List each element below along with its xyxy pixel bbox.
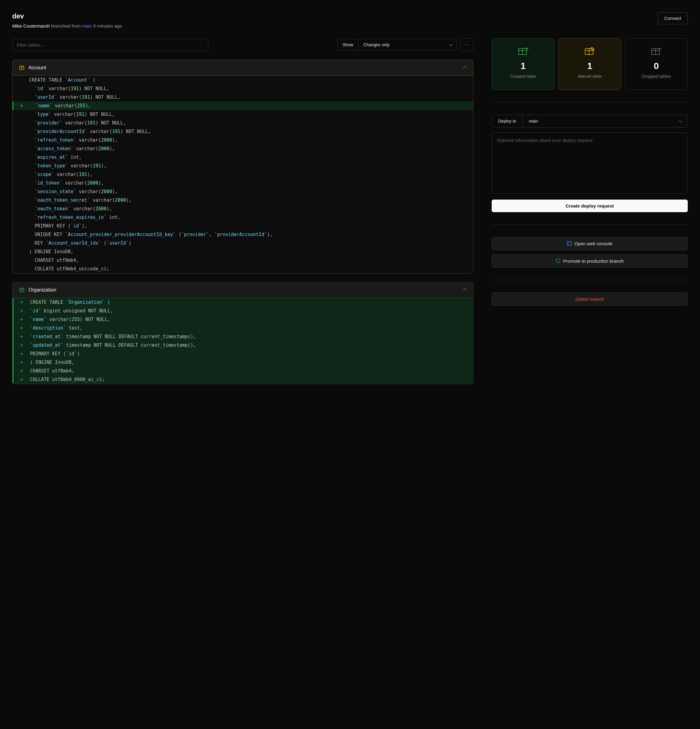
code-line: `refresh_token` varchar(2000), bbox=[13, 136, 473, 144]
code-line: CHARSET utf8mb4, bbox=[13, 256, 473, 264]
altered-label: Altered table bbox=[562, 74, 617, 80]
code-line: CHARSET utf8mb4, bbox=[13, 367, 473, 375]
filter-tables-input[interactable] bbox=[12, 39, 208, 51]
created-tables-stat: 1 Created table bbox=[492, 38, 555, 90]
diff-body: CREATE TABLE `Account` ( `id` varchar(19… bbox=[13, 76, 473, 273]
promote-label: Promote to production branch bbox=[563, 258, 624, 264]
dropped-count: 0 bbox=[629, 61, 684, 71]
code-line: ) ENGINE InnoDB, bbox=[13, 247, 473, 256]
dropped-table-icon bbox=[651, 46, 661, 55]
deploy-to-label: Deploy to bbox=[492, 115, 523, 127]
code-line: `oauth_token` varchar(2000), bbox=[13, 205, 473, 213]
code-line: `session_state` varchar(2000), bbox=[13, 187, 473, 196]
code-line: ) ENGINE InnoDB, bbox=[13, 358, 473, 367]
more-options-button[interactable]: ⋯ bbox=[461, 38, 473, 51]
dropped-label: Dropped tables bbox=[629, 74, 684, 80]
code-line: `name` varchar(255), bbox=[13, 102, 473, 110]
table-status-icon bbox=[19, 288, 24, 292]
code-line: `id` varchar(191) NOT NULL, bbox=[13, 84, 473, 93]
delete-branch-button[interactable]: Delete branch bbox=[492, 292, 688, 306]
time-ago: 9 minutes ago bbox=[93, 23, 122, 29]
console-icon bbox=[567, 241, 572, 246]
code-line: `type` varchar(191) NOT NULL, bbox=[13, 110, 473, 119]
shield-icon bbox=[556, 258, 561, 263]
code-line: COLLATE utf8mb4_0900_ai_ci; bbox=[13, 375, 473, 384]
table-status-icon bbox=[19, 65, 24, 70]
branched-from-text: branched from bbox=[51, 23, 81, 29]
diff-body: CREATE TABLE `Organization` (`id` bigint… bbox=[13, 298, 473, 384]
create-deploy-request-button[interactable]: Create deploy request bbox=[492, 200, 688, 212]
code-line: `refresh_token_expires_in` int, bbox=[13, 213, 473, 222]
code-line: CREATE TABLE `Account` ( bbox=[13, 76, 473, 84]
altered-tables-stat: 1 Altered table bbox=[558, 38, 621, 90]
open-console-label: Open web console bbox=[574, 241, 612, 246]
code-line: COLLATE utf8mb4_unicode_ci; bbox=[13, 264, 473, 273]
show-select[interactable]: Changes only bbox=[358, 39, 457, 50]
branch-subtitle: Mike Coutermarsh branched from main 9 mi… bbox=[12, 23, 122, 29]
code-line: `description` text, bbox=[13, 324, 473, 332]
code-line: `oauth_token_secret` varchar(2000), bbox=[13, 196, 473, 205]
author-name: Mike Coutermarsh bbox=[12, 23, 50, 29]
connect-button[interactable]: Connect bbox=[658, 12, 688, 24]
show-label: Show bbox=[338, 39, 358, 50]
created-label: Created table bbox=[496, 74, 551, 80]
diff-header[interactable]: Account bbox=[13, 60, 473, 76]
code-line: `access_token` varchar(2000), bbox=[13, 144, 473, 153]
diff-card-organization: OrganizationCREATE TABLE `Organization` … bbox=[12, 282, 473, 384]
chevron-up-icon bbox=[462, 289, 467, 293]
diff-card-account: AccountCREATE TABLE `Account` ( `id` var… bbox=[12, 60, 473, 273]
code-line: `created_at` timestamp NOT NULL DEFAULT … bbox=[13, 332, 473, 341]
diff-table-name: Account bbox=[29, 65, 46, 71]
code-line: `name` varchar(255) NOT NULL, bbox=[13, 315, 473, 324]
code-line: `provider` varchar(191) NOT NULL, bbox=[13, 119, 473, 127]
code-line: PRIMARY KEY (`id`), bbox=[13, 222, 473, 230]
code-line: UNIQUE KEY `Account_provider_providerAcc… bbox=[13, 230, 473, 239]
created-count: 1 bbox=[496, 61, 551, 71]
diff-header[interactable]: Organization bbox=[13, 282, 473, 298]
diff-table-name: Organization bbox=[29, 287, 57, 293]
open-web-console-button[interactable]: Open web console bbox=[492, 237, 688, 250]
deploy-target-selector[interactable]: Deploy to main bbox=[492, 115, 688, 128]
dropped-tables-stat: 0 Dropped tables bbox=[625, 38, 688, 90]
code-line: `scope` varchar(191), bbox=[13, 170, 473, 179]
code-line: PRIMARY KEY (`id`) bbox=[13, 350, 473, 358]
code-line: `userId` varchar(191) NOT NULL, bbox=[13, 93, 473, 102]
altered-count: 1 bbox=[562, 61, 617, 71]
code-line: `token_type` varchar(191), bbox=[13, 161, 473, 170]
code-line: KEY `Account_userId_idx` (`userId`) bbox=[13, 239, 473, 247]
code-line: `id` bigint unsigned NOT NULL, bbox=[13, 306, 473, 315]
svg-rect-18 bbox=[567, 241, 572, 245]
chevron-up-icon bbox=[462, 66, 467, 71]
promote-branch-button[interactable]: Promote to production branch bbox=[492, 254, 688, 268]
deploy-request-textarea[interactable] bbox=[492, 132, 688, 194]
code-line: `expires_at` int, bbox=[13, 153, 473, 161]
code-line: `updated_at` timestamp NOT NULL DEFAULT … bbox=[13, 341, 473, 350]
deploy-target-value[interactable]: main bbox=[523, 115, 687, 127]
ellipsis-icon: ⋯ bbox=[465, 42, 469, 47]
created-table-icon bbox=[518, 46, 529, 55]
altered-table-icon bbox=[584, 46, 595, 55]
code-line: `id_token` varchar(2000), bbox=[13, 179, 473, 187]
parent-branch-link[interactable]: main bbox=[82, 23, 92, 29]
code-line: `providerAccountId` varchar(191) NOT NUL… bbox=[13, 127, 473, 136]
branch-title: dev bbox=[12, 12, 122, 20]
code-line: CREATE TABLE `Organization` ( bbox=[13, 298, 473, 306]
show-filter[interactable]: Show Changes only bbox=[337, 39, 457, 51]
